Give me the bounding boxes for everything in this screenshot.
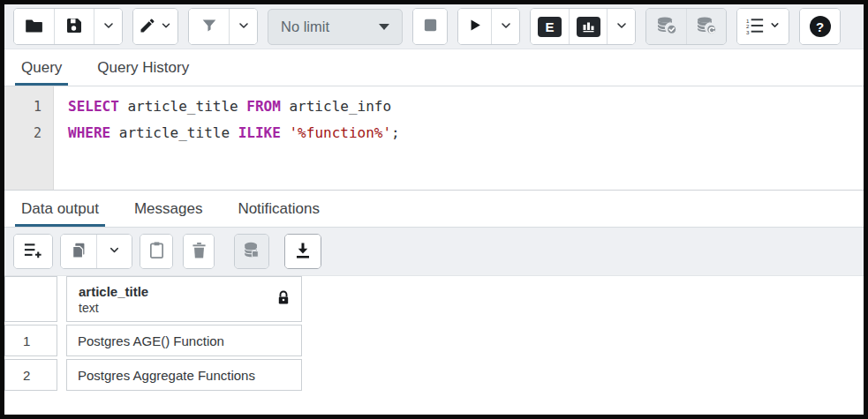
trash-icon [192,242,207,262]
tab-query-label: Query [21,59,62,77]
tab-notifications-label: Notifications [238,200,320,218]
delete-row-button[interactable] [184,235,214,268]
edit-button[interactable] [133,9,177,44]
code-line[interactable]: SELECT article_title FROM article_info [68,94,864,120]
filter-dropdown-button[interactable] [229,9,257,44]
chevron-down-icon [499,19,513,35]
output-tabbar: Data output Messages Notifications [4,191,864,228]
play-icon [466,17,483,36]
commit-button[interactable] [646,9,686,44]
filter-button-group [188,8,258,45]
transaction-button-group [645,8,727,45]
save-data-group [234,234,269,269]
numbered-list-icon: 123 [745,17,766,37]
rollback-button[interactable] [686,9,726,44]
column-name: article_title [79,283,148,300]
sql-token-keyword: WHERE [68,124,110,141]
download-button[interactable] [285,235,321,268]
chevron-down-icon [237,19,251,35]
stop-button-group [412,8,448,45]
chevron-down-icon [108,243,121,259]
execute-button-group [457,8,520,45]
stop-icon [422,17,439,36]
query-toolbar: No limit [4,4,864,49]
delete-group [183,234,215,269]
sql-token-plain: article_title [110,124,238,141]
code-line[interactable]: WHERE article_title ILIKE '%function%'; [68,120,864,146]
tab-query-history[interactable]: Query History [91,49,195,86]
sql-token-plain: article_title [119,98,247,115]
column-header-article-title[interactable]: article_title text [66,276,302,322]
caret-down-icon [379,24,389,30]
help-button[interactable]: ? [800,9,840,44]
save-data-changes-button[interactable] [235,235,268,268]
column-type: text [79,300,148,316]
execute-button[interactable] [458,9,491,44]
folder-open-icon [24,15,45,39]
results-toolbar [4,228,864,276]
column-header-text: article_title text [79,283,148,316]
row-number-header[interactable] [4,276,57,322]
save-file-button[interactable] [54,9,94,44]
commit-database-icon [655,15,678,39]
tab-messages-label: Messages [134,200,202,218]
sql-token-keyword: SELECT [68,98,119,115]
tab-data-output[interactable]: Data output [15,191,105,227]
database-save-icon [242,241,261,263]
sql-editor[interactable]: 12 SELECT article_title FROM article_inf… [4,86,864,191]
paste-button[interactable] [140,235,172,268]
copy-button[interactable] [61,235,96,268]
sql-token-plain: ; [391,124,400,141]
row-number-cell[interactable]: 2 [4,359,57,391]
stop-button[interactable] [413,9,447,44]
explain-icon: E [538,17,562,37]
row-limit-select[interactable]: No limit [268,9,403,45]
paste-group [140,234,173,269]
clipboard-icon [148,241,165,262]
open-file-button[interactable] [14,9,54,44]
explain-dropdown-button[interactable] [607,9,635,44]
lock-icon [277,290,290,309]
save-dropdown-button[interactable] [94,9,122,44]
explain-button-group: E [530,8,636,45]
sql-token-keyword: ILIKE [238,124,281,141]
copy-icon [69,241,88,263]
sql-token-string: '%function%' [289,124,391,141]
chevron-down-icon [615,19,629,35]
tab-messages[interactable]: Messages [128,191,208,227]
tab-notifications[interactable]: Notifications [231,191,326,227]
result-grid: article_title text 1Postgres AGE() Funct… [4,276,864,391]
filter-button[interactable] [189,9,229,44]
sql-token-plain: article_info [281,98,391,115]
editor-gutter: 12 [4,86,54,190]
copy-dropdown-button[interactable] [96,235,132,268]
save-icon [64,15,85,39]
query-tool-window: No limit [4,4,864,415]
chevron-down-icon [102,19,116,35]
execute-dropdown-button[interactable] [491,9,519,44]
window-frame: No limit [0,0,868,419]
row-number-cell[interactable]: 1 [4,325,57,356]
tab-query[interactable]: Query [15,49,68,86]
macros-button[interactable]: 123 [737,9,789,44]
tab-data-output-label: Data output [21,200,99,218]
explain-analyze-button[interactable] [569,9,607,44]
line-number: 1 [4,94,53,120]
filter-funnel-icon [200,16,219,38]
grid-cell-article-title[interactable]: Postgres AGE() Function [66,325,302,356]
download-group [284,234,321,269]
explain-button[interactable]: E [531,9,569,44]
row-limit-value: No limit [281,19,329,35]
copy-group [60,234,132,269]
rollback-database-icon [695,15,718,39]
line-number: 2 [4,120,53,146]
grid-cell-article-title[interactable]: Postgres Aggregate Functions [66,359,302,391]
edit-button-group [132,8,178,45]
help-button-group: ? [799,8,841,45]
sql-token-keyword: FROM [246,98,281,115]
editor-lines[interactable]: SELECT article_title FROM article_infoWH… [54,86,864,190]
tab-query-history-label: Query History [97,59,189,77]
add-row-group [13,234,53,269]
add-row-icon [23,241,43,263]
add-row-button[interactable] [14,235,52,268]
